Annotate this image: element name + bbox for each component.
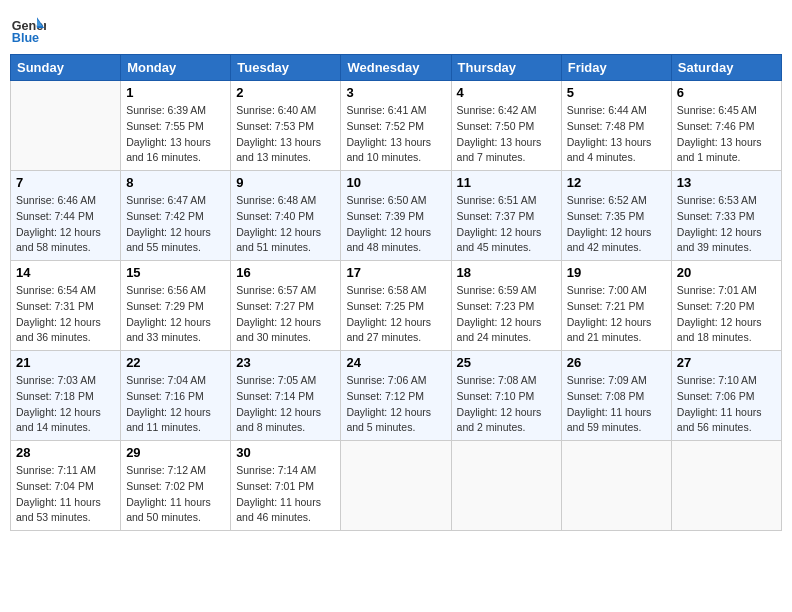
day-info: Sunrise: 6:40 AMSunset: 7:53 PMDaylight:…: [236, 103, 335, 166]
day-info: Sunrise: 7:01 AMSunset: 7:20 PMDaylight:…: [677, 283, 776, 346]
day-number: 27: [677, 355, 776, 370]
day-info: Sunrise: 6:42 AMSunset: 7:50 PMDaylight:…: [457, 103, 556, 166]
day-cell: 20Sunrise: 7:01 AMSunset: 7:20 PMDayligh…: [671, 261, 781, 351]
day-info: Sunrise: 6:39 AMSunset: 7:55 PMDaylight:…: [126, 103, 225, 166]
day-info: Sunrise: 6:44 AMSunset: 7:48 PMDaylight:…: [567, 103, 666, 166]
day-number: 19: [567, 265, 666, 280]
logo: General Blue: [10, 10, 50, 46]
day-info: Sunrise: 6:48 AMSunset: 7:40 PMDaylight:…: [236, 193, 335, 256]
day-cell: 10Sunrise: 6:50 AMSunset: 7:39 PMDayligh…: [341, 171, 451, 261]
calendar-table: SundayMondayTuesdayWednesdayThursdayFrid…: [10, 54, 782, 531]
day-number: 12: [567, 175, 666, 190]
day-cell: 6Sunrise: 6:45 AMSunset: 7:46 PMDaylight…: [671, 81, 781, 171]
day-info: Sunrise: 7:10 AMSunset: 7:06 PMDaylight:…: [677, 373, 776, 436]
weekday-header-saturday: Saturday: [671, 55, 781, 81]
day-info: Sunrise: 6:53 AMSunset: 7:33 PMDaylight:…: [677, 193, 776, 256]
day-info: Sunrise: 6:46 AMSunset: 7:44 PMDaylight:…: [16, 193, 115, 256]
day-number: 11: [457, 175, 556, 190]
day-number: 1: [126, 85, 225, 100]
day-cell: 14Sunrise: 6:54 AMSunset: 7:31 PMDayligh…: [11, 261, 121, 351]
day-info: Sunrise: 6:50 AMSunset: 7:39 PMDaylight:…: [346, 193, 445, 256]
day-cell: [11, 81, 121, 171]
day-cell: 18Sunrise: 6:59 AMSunset: 7:23 PMDayligh…: [451, 261, 561, 351]
day-info: Sunrise: 7:09 AMSunset: 7:08 PMDaylight:…: [567, 373, 666, 436]
day-cell: [671, 441, 781, 531]
day-cell: 9Sunrise: 6:48 AMSunset: 7:40 PMDaylight…: [231, 171, 341, 261]
week-row-3: 14Sunrise: 6:54 AMSunset: 7:31 PMDayligh…: [11, 261, 782, 351]
day-info: Sunrise: 6:54 AMSunset: 7:31 PMDaylight:…: [16, 283, 115, 346]
week-row-1: 1Sunrise: 6:39 AMSunset: 7:55 PMDaylight…: [11, 81, 782, 171]
day-number: 26: [567, 355, 666, 370]
day-cell: 5Sunrise: 6:44 AMSunset: 7:48 PMDaylight…: [561, 81, 671, 171]
weekday-header-monday: Monday: [121, 55, 231, 81]
day-cell: 24Sunrise: 7:06 AMSunset: 7:12 PMDayligh…: [341, 351, 451, 441]
day-number: 15: [126, 265, 225, 280]
day-number: 10: [346, 175, 445, 190]
logo-icon: General Blue: [10, 10, 46, 46]
day-info: Sunrise: 6:56 AMSunset: 7:29 PMDaylight:…: [126, 283, 225, 346]
day-number: 25: [457, 355, 556, 370]
day-cell: [451, 441, 561, 531]
day-cell: 16Sunrise: 6:57 AMSunset: 7:27 PMDayligh…: [231, 261, 341, 351]
day-info: Sunrise: 7:08 AMSunset: 7:10 PMDaylight:…: [457, 373, 556, 436]
weekday-header-thursday: Thursday: [451, 55, 561, 81]
day-cell: 17Sunrise: 6:58 AMSunset: 7:25 PMDayligh…: [341, 261, 451, 351]
day-number: 13: [677, 175, 776, 190]
day-cell: 15Sunrise: 6:56 AMSunset: 7:29 PMDayligh…: [121, 261, 231, 351]
page-header: General Blue: [10, 10, 782, 46]
day-number: 20: [677, 265, 776, 280]
day-cell: 28Sunrise: 7:11 AMSunset: 7:04 PMDayligh…: [11, 441, 121, 531]
day-info: Sunrise: 6:47 AMSunset: 7:42 PMDaylight:…: [126, 193, 225, 256]
day-cell: 30Sunrise: 7:14 AMSunset: 7:01 PMDayligh…: [231, 441, 341, 531]
day-info: Sunrise: 7:03 AMSunset: 7:18 PMDaylight:…: [16, 373, 115, 436]
day-cell: 2Sunrise: 6:40 AMSunset: 7:53 PMDaylight…: [231, 81, 341, 171]
day-cell: 25Sunrise: 7:08 AMSunset: 7:10 PMDayligh…: [451, 351, 561, 441]
day-cell: 21Sunrise: 7:03 AMSunset: 7:18 PMDayligh…: [11, 351, 121, 441]
day-number: 28: [16, 445, 115, 460]
day-number: 9: [236, 175, 335, 190]
day-cell: 4Sunrise: 6:42 AMSunset: 7:50 PMDaylight…: [451, 81, 561, 171]
day-number: 30: [236, 445, 335, 460]
day-cell: 1Sunrise: 6:39 AMSunset: 7:55 PMDaylight…: [121, 81, 231, 171]
day-number: 16: [236, 265, 335, 280]
day-cell: 3Sunrise: 6:41 AMSunset: 7:52 PMDaylight…: [341, 81, 451, 171]
day-number: 22: [126, 355, 225, 370]
day-number: 2: [236, 85, 335, 100]
day-info: Sunrise: 6:41 AMSunset: 7:52 PMDaylight:…: [346, 103, 445, 166]
svg-text:Blue: Blue: [12, 31, 39, 45]
day-info: Sunrise: 6:52 AMSunset: 7:35 PMDaylight:…: [567, 193, 666, 256]
weekday-header-tuesday: Tuesday: [231, 55, 341, 81]
day-number: 7: [16, 175, 115, 190]
day-number: 17: [346, 265, 445, 280]
day-cell: 11Sunrise: 6:51 AMSunset: 7:37 PMDayligh…: [451, 171, 561, 261]
day-info: Sunrise: 7:04 AMSunset: 7:16 PMDaylight:…: [126, 373, 225, 436]
weekday-header-friday: Friday: [561, 55, 671, 81]
day-info: Sunrise: 6:45 AMSunset: 7:46 PMDaylight:…: [677, 103, 776, 166]
day-number: 8: [126, 175, 225, 190]
day-number: 4: [457, 85, 556, 100]
day-cell: [561, 441, 671, 531]
day-info: Sunrise: 7:12 AMSunset: 7:02 PMDaylight:…: [126, 463, 225, 526]
day-cell: 22Sunrise: 7:04 AMSunset: 7:16 PMDayligh…: [121, 351, 231, 441]
day-cell: 19Sunrise: 7:00 AMSunset: 7:21 PMDayligh…: [561, 261, 671, 351]
day-info: Sunrise: 7:11 AMSunset: 7:04 PMDaylight:…: [16, 463, 115, 526]
day-info: Sunrise: 7:06 AMSunset: 7:12 PMDaylight:…: [346, 373, 445, 436]
week-row-5: 28Sunrise: 7:11 AMSunset: 7:04 PMDayligh…: [11, 441, 782, 531]
day-number: 29: [126, 445, 225, 460]
day-number: 14: [16, 265, 115, 280]
day-number: 3: [346, 85, 445, 100]
day-info: Sunrise: 6:59 AMSunset: 7:23 PMDaylight:…: [457, 283, 556, 346]
day-cell: 8Sunrise: 6:47 AMSunset: 7:42 PMDaylight…: [121, 171, 231, 261]
week-row-2: 7Sunrise: 6:46 AMSunset: 7:44 PMDaylight…: [11, 171, 782, 261]
day-number: 24: [346, 355, 445, 370]
day-cell: 13Sunrise: 6:53 AMSunset: 7:33 PMDayligh…: [671, 171, 781, 261]
day-info: Sunrise: 6:51 AMSunset: 7:37 PMDaylight:…: [457, 193, 556, 256]
day-number: 23: [236, 355, 335, 370]
day-info: Sunrise: 6:58 AMSunset: 7:25 PMDaylight:…: [346, 283, 445, 346]
day-cell: 23Sunrise: 7:05 AMSunset: 7:14 PMDayligh…: [231, 351, 341, 441]
day-cell: 12Sunrise: 6:52 AMSunset: 7:35 PMDayligh…: [561, 171, 671, 261]
weekday-header-row: SundayMondayTuesdayWednesdayThursdayFrid…: [11, 55, 782, 81]
week-row-4: 21Sunrise: 7:03 AMSunset: 7:18 PMDayligh…: [11, 351, 782, 441]
day-number: 5: [567, 85, 666, 100]
weekday-header-wednesday: Wednesday: [341, 55, 451, 81]
